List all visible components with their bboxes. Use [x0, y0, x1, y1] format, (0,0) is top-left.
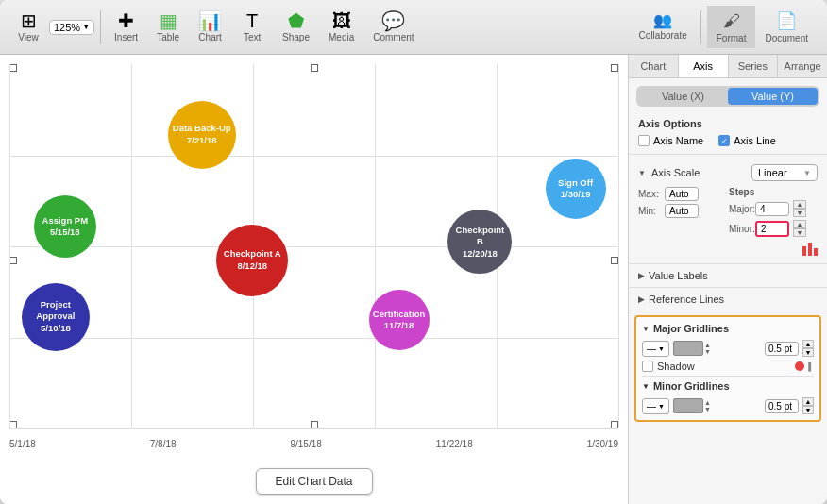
text-button[interactable]: T Text [233, 9, 271, 44]
chart-button[interactable]: 📊 Chart [191, 9, 229, 44]
insert-icon: ✚ [118, 11, 134, 30]
axis-line-checkbox[interactable]: ✓ [718, 135, 730, 146]
major-pt-stepper: ▲ ▼ [802, 340, 814, 357]
bubble-sign-off[interactable]: Sign Off1/30/19 [546, 159, 606, 219]
scale-col: Max: Min: [638, 187, 727, 237]
major-pt-input[interactable] [765, 342, 799, 356]
minor-line-style-btn[interactable]: — ▼ [642, 398, 669, 414]
bubble-checkpoint-a[interactable]: Checkpoint A8/12/18 [216, 225, 288, 296]
minor-color-arrows: ▲ ▼ [704, 399, 711, 412]
document-button[interactable]: 📄 Document [755, 6, 818, 48]
comment-button[interactable]: 💬 Comment [365, 9, 421, 44]
scale-inputs-grid: Max: Min: Steps Major: [629, 187, 827, 243]
axis-sub-tab-x[interactable]: Value (X) [638, 88, 728, 105]
shadow-label: Shadow [657, 361, 695, 372]
max-input[interactable] [665, 187, 699, 201]
major-gridlines-arrow-icon: ▼ [642, 325, 650, 333]
minor-color-up-icon[interactable]: ▲ [704, 399, 711, 406]
axis-options-title: Axis Options [638, 118, 818, 129]
chart-area: Project Approval5/10/18 Assign PM5/15/18… [0, 55, 629, 504]
tab-axis[interactable]: Axis [679, 55, 729, 77]
main-content: Project Approval5/10/18 Assign PM5/15/18… [0, 55, 827, 504]
shadow-red-dot [795, 361, 804, 371]
collaborate-button[interactable]: 👥 Collaborate [632, 11, 695, 42]
bubble-certification[interactable]: Certification11/7/18 [369, 290, 430, 350]
value-labels-arrow-icon: ▶ [638, 271, 645, 280]
major-gridlines-controls: — ▼ ▲ ▼ ▲ [642, 340, 814, 357]
min-input[interactable] [665, 204, 699, 218]
major-pt-up-icon[interactable]: ▲ [802, 340, 814, 348]
grid-line-v-5 [618, 64, 619, 428]
x-axis-line [9, 428, 618, 428]
view-button[interactable]: ⊞ View [9, 9, 47, 44]
shadow-checkbox[interactable] [642, 361, 653, 372]
major-stepper[interactable]: ▲ ▼ [793, 200, 806, 217]
minor-stepper-down[interactable]: ▼ [793, 228, 806, 237]
major-stepper-up[interactable]: ▲ [793, 200, 806, 209]
minor-pt-input[interactable] [765, 399, 799, 413]
major-color-up-icon[interactable]: ▲ [704, 342, 711, 348]
grid-line-h-3 [9, 338, 618, 339]
minor-pt-down-icon[interactable]: ▼ [802, 406, 814, 414]
tab-series[interactable]: Series [729, 55, 779, 77]
edit-chart-data-button[interactable]: Edit Chart Data [255, 468, 372, 495]
minor-gridlines-controls: — ▼ ▲ ▼ ▲ [642, 397, 814, 414]
major-line-style-btn[interactable]: — ▼ [642, 341, 669, 357]
format-doc-buttons: 🖌 Format 📄 Document [707, 6, 818, 48]
media-button[interactable]: 🖼 Media [321, 9, 362, 44]
chart-canvas: Project Approval5/10/18 Assign PM5/15/18… [9, 64, 618, 457]
major-stepper-down[interactable]: ▼ [793, 209, 806, 217]
toolbar-divider-2 [700, 10, 701, 44]
red-bar-1 [802, 246, 806, 256]
tab-chart[interactable]: Chart [629, 55, 679, 77]
bubble-checkpoint-b[interactable]: Checkpoint B12/20/18 [447, 210, 512, 274]
major-color-swatch[interactable] [673, 341, 703, 356]
grid-line-h-1 [9, 156, 618, 157]
major-steps-input[interactable] [755, 202, 789, 216]
minor-stepper-up[interactable]: ▲ [793, 220, 806, 228]
format-button[interactable]: 🖌 Format [707, 6, 756, 48]
major-pt-down-icon[interactable]: ▼ [802, 348, 814, 357]
collaborate-icon: 👥 [653, 13, 672, 28]
minor-color-control: ▲ ▼ [673, 398, 711, 413]
minor-gridlines-label: ▼ Minor Gridlines [642, 380, 814, 392]
chart-icon: 📊 [198, 11, 222, 30]
x-label-0: 5/1/18 [9, 439, 36, 449]
text-icon: T [246, 11, 258, 30]
minor-steps-input[interactable] [755, 221, 789, 237]
axis-name-checkbox-row: Axis Name [638, 135, 703, 146]
major-gridlines-section: ▼ Major Gridlines — ▼ ▲ ▼ [642, 323, 814, 372]
bubble-project-approval[interactable]: Project Approval5/10/18 [22, 283, 90, 351]
minor-steps-row: Minor: ▲ ▼ [729, 220, 818, 237]
gridlines-highlighted-section: ▼ Major Gridlines — ▼ ▲ ▼ [634, 315, 821, 422]
dropdown-arrow-icon: ▼ [803, 169, 811, 177]
media-icon: 🖼 [332, 11, 351, 30]
table-button[interactable]: ▦ Table [149, 9, 187, 44]
axis-name-checkbox[interactable] [638, 135, 650, 146]
minor-pt-up-icon[interactable]: ▲ [802, 397, 814, 406]
red-bars [802, 243, 818, 256]
bubble-assign-pm[interactable]: Assign PM5/15/18 [34, 195, 96, 258]
red-bar-2 [808, 243, 812, 256]
axis-scale-section: ▼ Axis Scale Linear ▼ Max: Min: [629, 155, 827, 264]
minor-stepper[interactable]: ▲ ▼ [793, 220, 806, 237]
minor-color-swatch[interactable] [673, 398, 703, 413]
axis-options-section: Axis Options Axis Name ✓ Axis Line [629, 110, 827, 155]
minor-color-down-icon[interactable]: ▼ [704, 406, 711, 412]
major-color-down-icon[interactable]: ▼ [704, 348, 711, 355]
red-bar-3 [814, 248, 818, 256]
zoom-control[interactable]: 125% ▼ [49, 20, 94, 35]
table-icon: ▦ [160, 11, 177, 30]
shadow-indicator: ▌ [808, 362, 814, 371]
insert-button[interactable]: ✚ Insert [107, 9, 145, 44]
reference-lines-section[interactable]: ▶ Reference Lines [629, 288, 827, 311]
tab-arrange[interactable]: Arrange [778, 55, 827, 77]
value-labels-section[interactable]: ▶ Value Labels [629, 264, 827, 288]
axis-scale-collapse-arrow[interactable]: ▼ [638, 169, 646, 177]
major-color-control: ▲ ▼ [673, 341, 711, 356]
axis-scale-dropdown[interactable]: Linear ▼ [751, 164, 818, 181]
shape-button[interactable]: ⬟ Shape [275, 9, 317, 44]
axis-sub-tab-y[interactable]: Value (Y) [728, 88, 818, 105]
bubble-data-backup[interactable]: Data Back-Up7/21/18 [168, 101, 236, 169]
x-label-3: 11/22/18 [436, 439, 473, 449]
